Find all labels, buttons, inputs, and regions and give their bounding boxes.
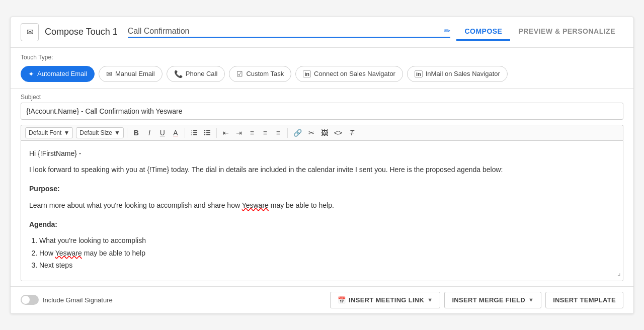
custom-task-icon: ☑ xyxy=(236,70,243,78)
unlink-button[interactable]: ✂ xyxy=(305,127,317,138)
compose-title: Compose Touch 1 xyxy=(45,27,118,37)
yesware-text: Yesware xyxy=(242,201,269,209)
svg-rect-2 xyxy=(193,134,197,135)
header-tabs: COMPOSE PREVIEW & PERSONALIZE xyxy=(456,23,623,41)
editor-body[interactable]: Hi {!FirstName} - I look forward to spea… xyxy=(21,140,623,281)
btn-custom-task[interactable]: ☑ Custom Task xyxy=(229,66,291,82)
compose-card: ✉ Compose Touch 1 ✏ COMPOSE PREVIEW & PE… xyxy=(10,17,634,314)
font-size-chevron: ▼ xyxy=(114,129,120,136)
svg-point-11 xyxy=(204,134,205,135)
toolbar-divider-2 xyxy=(185,128,185,138)
manual-email-icon: ✉ xyxy=(106,70,112,78)
toolbar-divider-4 xyxy=(287,128,288,138)
outdent-button[interactable]: ⇤ xyxy=(220,127,232,138)
subject-section: Subject xyxy=(11,89,633,120)
insert-merge-field-button[interactable]: INSERT MERGE FIELD ▼ xyxy=(444,292,541,308)
btn-phone-call[interactable]: 📞 Phone Call xyxy=(167,66,225,82)
footer: Include Gmail Signature 📅 INSERT MEETING… xyxy=(11,286,633,313)
font-color-button[interactable]: A xyxy=(170,127,182,138)
indent-button[interactable]: ⇥ xyxy=(233,127,245,138)
resize-handle[interactable]: ⌟ xyxy=(617,267,621,278)
format-clear-button[interactable]: T xyxy=(346,127,358,138)
editor-greeting: Hi {!FirstName} - xyxy=(29,148,615,159)
svg-rect-7 xyxy=(206,132,210,133)
touch-name-input[interactable] xyxy=(128,27,441,36)
gmail-signature-toggle[interactable] xyxy=(21,295,39,305)
toolbar-divider-1 xyxy=(127,128,127,138)
editor-section: Default Font ▼ Default Size ▼ B I U A 1.… xyxy=(11,125,633,286)
meeting-link-chevron: ▼ xyxy=(427,297,433,303)
inmail-sales-nav-icon: in xyxy=(415,70,423,77)
agenda-list: What you're looking to accomplish How Ye… xyxy=(29,235,615,271)
toolbar-divider-3 xyxy=(216,128,217,138)
image-button[interactable]: 🖼 xyxy=(318,127,331,138)
connect-sales-nav-icon: in xyxy=(303,70,311,77)
subject-label: Subject xyxy=(21,94,623,101)
align-center-button[interactable]: ≡ xyxy=(259,127,271,138)
touch-type-label: Touch Type: xyxy=(21,54,623,61)
agenda-item-2: How Yesware may be able to help xyxy=(39,248,615,259)
svg-rect-1 xyxy=(193,132,197,133)
underline-button[interactable]: U xyxy=(156,127,169,138)
calendar-icon: 📅 xyxy=(338,296,346,304)
italic-button[interactable]: I xyxy=(143,127,155,138)
toggle-wrapper: Include Gmail Signature xyxy=(21,295,113,305)
header: ✉ Compose Touch 1 ✏ COMPOSE PREVIEW & PE… xyxy=(11,17,633,48)
font-size-select[interactable]: Default Size ▼ xyxy=(76,127,124,138)
align-right-button[interactable]: ≡ xyxy=(272,127,284,138)
agenda-item-3: Next steps xyxy=(39,260,615,271)
agenda-header: Agenda: xyxy=(29,219,615,230)
link-button[interactable]: 🔗 xyxy=(291,127,304,138)
btn-automated-email[interactable]: ✦ Automated Email xyxy=(21,66,95,82)
svg-text:3.: 3. xyxy=(191,133,192,136)
purpose-header: Purpose: xyxy=(29,183,615,194)
touch-type-buttons: ✦ Automated Email ✉ Manual Email 📞 Phone… xyxy=(21,66,623,82)
agenda-item-1: What you're looking to accomplish xyxy=(39,235,615,246)
font-family-select[interactable]: Default Font ▼ xyxy=(25,127,73,138)
merge-field-chevron: ▼ xyxy=(528,297,534,303)
bold-button[interactable]: B xyxy=(130,127,142,138)
align-left-button[interactable]: ≡ xyxy=(246,127,258,138)
svg-rect-6 xyxy=(206,130,210,131)
touch-name-wrapper: ✏ xyxy=(128,26,451,38)
code-button[interactable]: <> xyxy=(332,127,345,138)
font-family-chevron: ▼ xyxy=(63,129,69,136)
ordered-list-button[interactable]: 1.2.3. xyxy=(188,128,200,138)
tab-compose[interactable]: COMPOSE xyxy=(456,23,510,41)
purpose-text: Learn more about what you're looking to … xyxy=(29,200,615,211)
btn-manual-email[interactable]: ✉ Manual Email xyxy=(99,66,163,82)
edit-icon: ✏ xyxy=(444,26,450,36)
editor-paragraph1: I look forward to speaking with you at {… xyxy=(29,164,615,175)
touch-type-section: Touch Type: ✦ Automated Email ✉ Manual E… xyxy=(11,48,633,89)
svg-rect-8 xyxy=(206,134,210,135)
subject-input[interactable] xyxy=(21,103,623,120)
svg-rect-0 xyxy=(193,130,197,131)
editor-toolbar: Default Font ▼ Default Size ▼ B I U A 1.… xyxy=(21,125,623,140)
insert-template-button[interactable]: INSERT TEMPLATE xyxy=(545,292,623,308)
automated-email-icon: ✦ xyxy=(28,70,34,78)
yesware-text-2: Yesware xyxy=(55,249,82,257)
insert-meeting-link-button[interactable]: 📅 INSERT MEETING LINK ▼ xyxy=(330,292,441,308)
tab-preview[interactable]: PREVIEW & PERSONALIZE xyxy=(510,23,623,41)
phone-call-icon: 📞 xyxy=(174,70,183,78)
svg-point-9 xyxy=(204,130,205,131)
unordered-list-button[interactable] xyxy=(201,128,213,138)
toggle-label: Include Gmail Signature xyxy=(43,296,113,304)
btn-connect-sales-nav[interactable]: in Connect on Sales Navigator xyxy=(295,66,403,82)
btn-inmail-sales-nav[interactable]: in InMail on Sales Navigator xyxy=(407,66,508,82)
svg-point-10 xyxy=(204,132,205,133)
compose-icon: ✉ xyxy=(21,23,39,41)
